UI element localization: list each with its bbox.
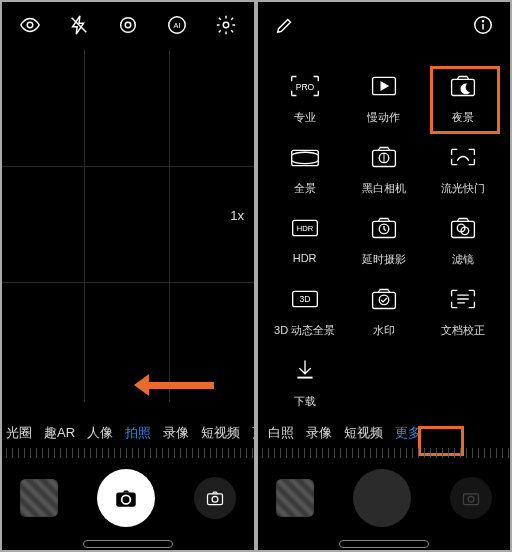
- svg-point-30: [379, 295, 389, 305]
- mode-label: 专业: [294, 110, 316, 125]
- mode-strip[interactable]: 光圈趣AR人像拍照录像短视频更: [0, 418, 256, 448]
- mode-lightpaint[interactable]: 流光快门: [429, 139, 498, 196]
- mode-tab[interactable]: 录像: [157, 424, 195, 442]
- settings-icon[interactable]: [117, 14, 139, 36]
- slowmo-icon: [362, 68, 406, 104]
- mode-tab[interactable]: 趣AR: [38, 424, 81, 442]
- hdr-icon: HDR: [283, 210, 327, 246]
- mode-tab[interactable]: 光圈: [0, 424, 38, 442]
- svg-point-6: [223, 22, 229, 28]
- mode-hdr[interactable]: HDRHDR: [270, 210, 339, 267]
- mode-3dpano[interactable]: 3D3D 动态全景: [270, 281, 339, 338]
- pro-icon: PRO: [283, 68, 327, 104]
- mode-filter[interactable]: 滤镜: [429, 210, 498, 267]
- mono-icon: [362, 139, 406, 175]
- mode-label: 3D 动态全景: [274, 323, 335, 338]
- info-icon[interactable]: [472, 14, 494, 36]
- mode-label: 流光快门: [441, 181, 485, 196]
- camera-more-modes-screen: PRO专业慢动作夜景全景黑白相机流光快门HDRHDR延时摄影滤镜3D3D 动态全…: [256, 0, 512, 552]
- home-indicator[interactable]: [83, 540, 173, 548]
- mode-tab[interactable]: 白照: [262, 424, 300, 442]
- svg-rect-24: [452, 221, 475, 237]
- timelapse-icon: [362, 210, 406, 246]
- mode-label: 文档校正: [441, 323, 485, 338]
- mode-tab[interactable]: 录像: [300, 424, 338, 442]
- mode-tab[interactable]: 短视频: [338, 424, 389, 442]
- camera-switch-button: [450, 477, 492, 519]
- docscan-icon: [441, 281, 485, 317]
- mode-tab[interactable]: 拍照: [119, 424, 157, 442]
- mode-panorama[interactable]: 全景: [270, 139, 339, 196]
- svg-text:HDR: HDR: [296, 224, 313, 233]
- top-toolbar: AI: [0, 0, 256, 50]
- svg-text:3D: 3D: [299, 294, 310, 304]
- mode-label: HDR: [293, 252, 317, 264]
- camera-switch-button[interactable]: [194, 477, 236, 519]
- shutter-button[interactable]: [97, 469, 155, 527]
- top-toolbar: [256, 0, 512, 50]
- panorama-icon: [283, 139, 327, 175]
- viewfinder[interactable]: 1x: [0, 50, 256, 402]
- svg-point-3: [125, 22, 131, 28]
- svg-point-0: [28, 22, 34, 28]
- mode-tab[interactable]: 更: [246, 424, 256, 442]
- svg-text:PRO: PRO: [295, 82, 314, 92]
- svg-point-32: [468, 496, 474, 502]
- svg-point-13: [482, 21, 483, 22]
- mode-mono[interactable]: 黑白相机: [349, 139, 418, 196]
- svg-point-2: [121, 18, 136, 33]
- 3dpano-icon: 3D: [283, 281, 327, 317]
- svg-rect-9: [208, 494, 223, 505]
- mode-tab[interactable]: 短视频: [195, 424, 246, 442]
- mode-pro[interactable]: PRO专业: [270, 68, 339, 125]
- shutter-bar: [0, 458, 256, 538]
- mode-ticks: [0, 448, 256, 458]
- svg-text:AI: AI: [173, 21, 180, 30]
- night-icon: [441, 68, 485, 104]
- mode-label: 延时摄影: [362, 252, 406, 267]
- download-icon: [283, 352, 327, 388]
- mode-label: 夜景: [452, 110, 474, 125]
- shutter-button: [353, 469, 411, 527]
- edit-icon[interactable]: [274, 14, 296, 36]
- zoom-indicator[interactable]: 1x: [230, 208, 244, 223]
- mode-slowmo[interactable]: 慢动作: [349, 68, 418, 125]
- mode-label: 慢动作: [367, 110, 400, 125]
- mode-night[interactable]: 夜景: [429, 68, 498, 125]
- mode-label: 下载: [294, 394, 316, 409]
- mode-watermark[interactable]: 水印: [349, 281, 418, 338]
- mode-tab[interactable]: 更多: [389, 424, 427, 442]
- gallery-thumbnail[interactable]: [276, 479, 314, 517]
- mode-label: 水印: [373, 323, 395, 338]
- mode-label: 全景: [294, 181, 316, 196]
- mode-label: 滤镜: [452, 252, 474, 267]
- mode-label: 黑白相机: [362, 181, 406, 196]
- lightpaint-icon: [441, 139, 485, 175]
- mode-tab[interactable]: 人像: [81, 424, 119, 442]
- watermark-icon: [362, 281, 406, 317]
- filter-icon: [441, 210, 485, 246]
- eye-icon[interactable]: [19, 14, 41, 36]
- svg-rect-31: [464, 494, 479, 505]
- mode-strip[interactable]: 白照录像短视频更多: [256, 418, 512, 448]
- svg-point-10: [212, 496, 218, 502]
- mode-ticks: [256, 448, 512, 458]
- mode-download[interactable]: 下载: [270, 352, 339, 409]
- camera-viewfinder-screen: AI 1x 光圈趣AR人像拍照录像短视频更: [0, 0, 256, 552]
- flash-off-icon[interactable]: [68, 14, 90, 36]
- gear-icon[interactable]: [215, 14, 237, 36]
- shutter-bar: [256, 458, 512, 538]
- home-indicator[interactable]: [339, 540, 429, 548]
- mode-grid: PRO专业慢动作夜景全景黑白相机流光快门HDRHDR延时摄影滤镜3D3D 动态全…: [256, 60, 512, 409]
- ai-icon[interactable]: AI: [166, 14, 188, 36]
- gallery-thumbnail[interactable]: [20, 479, 58, 517]
- annotation-arrow: [144, 376, 224, 394]
- mode-timelapse[interactable]: 延时摄影: [349, 210, 418, 267]
- mode-docscan[interactable]: 文档校正: [429, 281, 498, 338]
